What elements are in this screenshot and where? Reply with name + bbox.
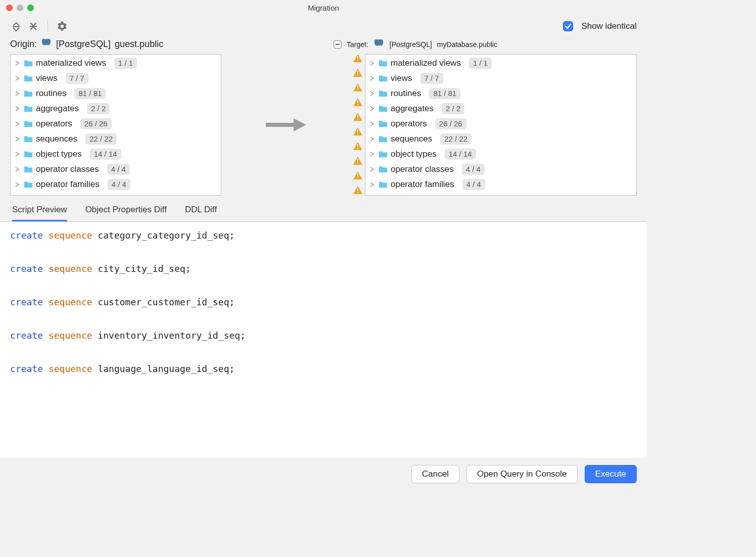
svg-rect-18 [357,177,358,178]
tree-item-operator-families[interactable]: operator families4 / 4 [365,177,636,192]
svg-rect-3 [357,71,358,73]
tree-item-routines[interactable]: routines81 / 81 [365,86,636,101]
tab-script-preview[interactable]: Script Preview [12,205,67,221]
settings-button[interactable] [56,20,68,32]
folder-icon [24,150,33,158]
trees-wrap: foreign tables1 / 1materialized views1 /… [0,54,647,196]
chevron-right-icon [368,91,375,96]
target-tree[interactable]: foreign tables1 / 1materialized views1 /… [365,54,637,196]
warning-icon [353,127,362,137]
tree-item-object-types[interactable]: object types14 / 14 [11,147,221,162]
svg-rect-7 [357,100,358,103]
sql-line: create sequence inventory_inventory_id_s… [10,327,647,344]
tree-item-aggregates[interactable]: aggregates2 / 2 [365,101,636,116]
count-badge: 14 / 14 [445,149,476,160]
minimize-icon[interactable] [17,5,23,11]
warning-icon [353,142,362,152]
origin-db-type: [PostgreSQL] [56,39,111,50]
chevron-right-icon [14,106,21,111]
warning-icon [353,171,362,181]
chevron-right-icon [14,76,21,81]
count-badge: 4 / 4 [108,179,130,190]
warning-icon [353,157,362,166]
close-icon[interactable] [6,5,13,11]
folder-icon [379,74,388,82]
tree-item-label: routines [391,88,421,99]
count-badge: 26 / 26 [80,118,112,129]
warning-icon [353,186,362,196]
tree-item-label: views [391,73,412,83]
collapse-all-button[interactable] [27,20,39,32]
tree-item-views[interactable]: views7 / 7 [365,71,636,86]
tree-item-operator-classes[interactable]: operator classes4 / 4 [365,162,636,177]
chevron-right-icon [368,61,375,66]
target-db-type: [PostgreSQL] [390,40,432,49]
svg-rect-0 [266,123,296,127]
origin-header: Origin: [PostgreSQL] guest.public [10,37,258,51]
tree-item-aggregates[interactable]: aggregates2 / 2 [11,101,221,116]
zoom-icon[interactable] [27,5,34,11]
window-controls [6,5,34,11]
count-badge: 7 / 7 [66,73,88,84]
svg-rect-6 [357,89,358,90]
tree-item-label: object types [391,149,437,159]
count-badge: 4 / 4 [107,164,130,175]
warning-icon [353,83,362,93]
folder-icon [24,135,33,143]
chevron-right-icon [368,106,375,111]
tree-item-label: routines [36,88,66,99]
warning-icon [353,69,362,78]
tree-item-operators[interactable]: operators26 / 26 [365,116,636,131]
svg-rect-10 [357,119,358,120]
chevron-right-icon [368,121,375,126]
count-badge: 1 / 1 [469,58,492,69]
tree-item-materialized-views[interactable]: materialized views1 / 1 [365,56,636,71]
folder-icon [24,180,33,189]
arrow-column [221,54,351,196]
tree-item-label: object types [36,149,82,159]
chevron-right-icon [368,76,375,81]
chevron-right-icon [14,61,21,66]
folder-icon [24,105,33,113]
tab-object-properties-diff[interactable]: Object Properties Diff [85,205,167,221]
expand-all-button[interactable] [10,20,22,32]
titlebar: Migration [0,0,647,15]
toolbar: Show identical [0,15,647,37]
tree-item-operators[interactable]: operators26 / 26 [11,116,221,131]
tree-item-operator-families[interactable]: operator families4 / 4 [11,177,221,192]
cancel-button[interactable]: Cancel [411,465,459,483]
warning-icon [353,54,362,64]
tree-item-sequences[interactable]: sequences22 / 22 [11,131,221,147]
folder-icon [24,89,33,98]
svg-rect-13 [357,144,358,147]
folder-icon [24,165,33,173]
show-identical-checkbox[interactable] [563,21,573,31]
open-console-button[interactable]: Open Query in Console [466,465,578,483]
script-editor[interactable]: create sequence category_category_id_seq… [0,222,647,458]
svg-rect-8 [357,104,358,105]
tree-item-label: operator classes [391,164,454,174]
svg-rect-9 [357,115,358,117]
tree-item-views[interactable]: views7 / 7 [11,71,221,86]
folder-icon [379,180,388,189]
origin-tree[interactable]: foreign tables1 / 1materialized views1 /… [10,54,221,196]
svg-rect-12 [357,133,358,134]
db-labels-row: Origin: [PostgreSQL] guest.public Target… [0,37,647,54]
warning-icon [353,113,362,122]
execute-button[interactable]: Execute [585,465,637,483]
tree-item-routines[interactable]: routines81 / 81 [11,86,221,101]
count-badge: 4 / 4 [462,179,485,190]
svg-rect-16 [357,163,358,164]
sql-line: create sequence category_category_id_seq… [10,227,647,244]
tree-item-operator-classes[interactable]: operator classes4 / 4 [11,162,221,177]
postgres-icon [373,38,385,51]
target-select-checkbox[interactable] [334,40,342,49]
tree-item-object-types[interactable]: object types14 / 14 [365,147,636,162]
tree-item-materialized-views[interactable]: materialized views1 / 1 [11,56,221,71]
svg-rect-5 [357,85,358,88]
tab-ddl-diff[interactable]: DDL Diff [185,205,217,221]
count-badge: 2 / 2 [87,103,110,114]
toolbar-separator [48,20,48,32]
folder-icon [24,59,33,67]
tree-item-sequences[interactable]: sequences22 / 22 [365,131,636,147]
